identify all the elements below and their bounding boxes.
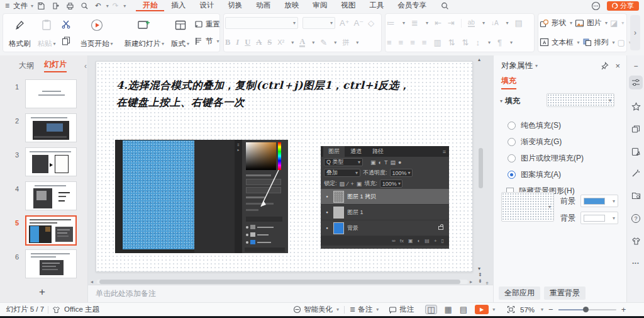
section-button[interactable]: 节▾: [194, 37, 219, 46]
zoom-slider[interactable]: [558, 309, 616, 310]
print-preview-button[interactable]: [78, 2, 91, 10]
decrease-indent-button[interactable]: ⇤: [435, 19, 441, 27]
pin-icon[interactable]: [601, 62, 609, 70]
tab-slideshow[interactable]: 放映: [277, 0, 306, 11]
slide-sorter-view-button[interactable]: ▦: [445, 305, 452, 314]
fit-slide-icon[interactable]: [507, 305, 515, 314]
design-tools-icon[interactable]: [629, 145, 643, 159]
tab-outline[interactable]: 大纲: [19, 60, 34, 71]
zoom-out-button[interactable]: −: [548, 305, 553, 314]
align-center-button[interactable]: ≡: [399, 38, 404, 47]
tab-transition[interactable]: 切换: [221, 0, 249, 11]
fill-section-header[interactable]: ▾ 填充: [500, 96, 520, 106]
convert-smartart-button[interactable]: ▤: [515, 19, 523, 27]
option-solid-fill[interactable]: 纯色填充(S): [508, 120, 561, 131]
share-button[interactable]: 分享: [607, 1, 639, 11]
selection-pane-icon[interactable]: [629, 122, 643, 136]
search-icon[interactable]: [441, 2, 449, 10]
favorites-icon[interactable]: [629, 99, 643, 113]
highlight-button[interactable]: ✎: [320, 38, 327, 47]
scroll-up-icon[interactable]: ▴: [478, 57, 480, 62]
zoom-in-button[interactable]: +: [621, 305, 626, 314]
reset-button[interactable]: 重置: [194, 20, 220, 29]
chevron-down-icon[interactable]: ▾: [541, 307, 543, 312]
slide-thumbnail-5-selected[interactable]: [25, 215, 77, 246]
next-slide-icon[interactable]: ⇟: [478, 278, 482, 284]
collapse-rail-icon[interactable]: −: [629, 59, 643, 73]
apply-all-button[interactable]: 全部应用: [499, 287, 540, 300]
chevron-down-icon[interactable]: ▾: [506, 20, 509, 26]
strikethrough-button[interactable]: S: [267, 38, 272, 47]
underline-button[interactable]: U: [245, 38, 250, 47]
increase-spacing-button[interactable]: ⇅: [448, 38, 455, 47]
arrange-button[interactable]: 排列▾: [582, 38, 615, 47]
text-direction-button[interactable]: ↓A: [491, 20, 499, 26]
tab-home[interactable]: 开始: [136, 0, 164, 11]
superscript-button[interactable]: X²: [277, 39, 284, 46]
chevron-down-icon[interactable]: ▾: [336, 307, 339, 312]
chevron-down-icon[interactable]: ▾: [312, 40, 314, 45]
tab-view[interactable]: 视图: [334, 0, 362, 11]
comment-button[interactable]: 批注: [399, 305, 414, 314]
redo-button[interactable]: ↷: [110, 1, 121, 10]
undo-button[interactable]: ↶: [92, 1, 104, 10]
increase-indent-button[interactable]: ⇥: [448, 19, 455, 27]
paragraph-settings-button[interactable]: ¶: [497, 38, 502, 47]
bullets-button[interactable]: ≔: [387, 19, 395, 27]
slide-thumbnail-1[interactable]: [25, 79, 77, 108]
theme-label[interactable]: Office 主题: [64, 305, 99, 314]
chevron-down-icon[interactable]: ▾: [482, 20, 485, 26]
close-icon[interactable]: ×: [615, 61, 620, 71]
screenshot-photoshop-layers-panel[interactable]: 图层 通道 路径 ≡ Q 类型▾ ▣ ◐ T ▤ ● 叠加▾ 不透明度: 100…: [321, 146, 449, 249]
chevron-down-icon[interactable]: ▾: [535, 63, 538, 69]
object-properties-icon[interactable]: [629, 76, 643, 89]
align-left-button[interactable]: ≡: [387, 38, 392, 47]
scroll-right-icon[interactable]: ▸: [470, 279, 472, 285]
fill-tab[interactable]: 填充: [501, 76, 516, 89]
strikethrough-a-button[interactable]: A: [256, 38, 262, 47]
chevron-down-icon[interactable]: ▾: [356, 40, 358, 45]
line-spacing-button[interactable]: ↕: [475, 38, 480, 47]
scroll-left-icon[interactable]: ◂: [91, 279, 93, 285]
option-pattern-fill[interactable]: 图案填充(A): [508, 169, 561, 180]
collapse-panel-icon[interactable]: ‹: [84, 62, 87, 71]
slideshow-play-button[interactable]: ▶: [475, 305, 489, 314]
foreground-color-select[interactable]: ▾: [580, 195, 618, 207]
slide-thumbnail-6[interactable]: [25, 249, 77, 278]
vertical-scrollbar[interactable]: [479, 148, 483, 188]
chevron-down-icon[interactable]: ▾: [123, 3, 126, 9]
chevron-down-icon[interactable]: ▾: [402, 20, 405, 26]
chevron-down-icon[interactable]: ▾: [334, 40, 336, 45]
pattern-picker-dropdown[interactable]: ▾: [501, 192, 554, 222]
tab-design[interactable]: 设计: [192, 0, 221, 11]
play-from-current-button[interactable]: 当页开始▾: [79, 16, 115, 50]
file-menu[interactable]: 文件: [13, 1, 28, 11]
export-button[interactable]: [49, 2, 62, 10]
save-button[interactable]: [35, 2, 48, 10]
fill-style-dropdown[interactable]: ▾: [547, 93, 614, 107]
columns-button[interactable]: ▥: [433, 38, 441, 47]
chevron-down-icon[interactable]: ▾: [492, 307, 495, 312]
chevron-down-icon[interactable]: ▾: [376, 307, 379, 312]
print-button[interactable]: [64, 2, 77, 10]
cut-button[interactable]: [61, 20, 71, 29]
textbox-button[interactable]: 文本框▾: [540, 38, 580, 47]
tab-animation[interactable]: 动画: [249, 0, 277, 11]
slide-editing-area[interactable]: 4.选择混合模式的叠加，复制(ctrl＋j)图层1，ctrl+i反选， 在键盘上…: [96, 61, 473, 272]
paste-button[interactable]: 粘贴▾: [36, 16, 58, 50]
background-color-select[interactable]: ▾: [580, 212, 618, 224]
numbering-button[interactable]: ≣: [411, 19, 418, 27]
previous-slide-icon[interactable]: ⇞: [478, 272, 482, 278]
tab-insert[interactable]: 插入: [164, 0, 192, 11]
decrease-spacing-button[interactable]: ⇅: [462, 38, 469, 47]
screenshot-photoshop-canvas[interactable]: ≡▸: [115, 140, 288, 253]
chevron-down-icon[interactable]: ▾: [426, 20, 428, 26]
font-color-button[interactable]: A: [299, 38, 305, 48]
justify-button[interactable]: ≡: [422, 38, 427, 47]
italic-button[interactable]: I: [236, 38, 239, 47]
phonetic-guide-button[interactable]: 拼: [342, 39, 349, 46]
slide-thumbnail-3[interactable]: [25, 147, 77, 176]
reset-background-button[interactable]: 重置背景: [544, 287, 586, 300]
tab-tools[interactable]: 工具: [362, 0, 391, 11]
main-menu-icon[interactable]: ≡: [5, 1, 9, 10]
